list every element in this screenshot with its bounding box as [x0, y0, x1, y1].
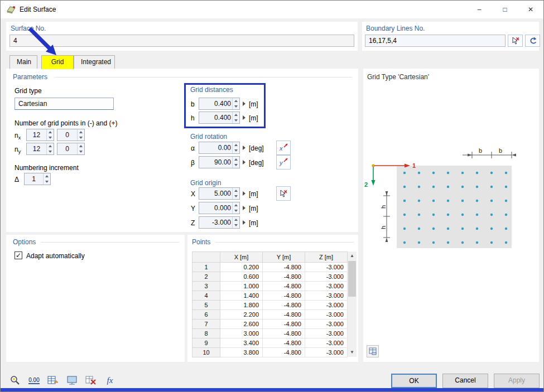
rendering-button[interactable] — [64, 373, 80, 388]
points-cell[interactable]: -3.000 — [305, 291, 348, 301]
nx-plus-spinner[interactable]: 0 — [57, 129, 85, 141]
delete-grid-button[interactable] — [83, 373, 99, 388]
points-row-number[interactable]: 8 — [192, 329, 220, 338]
points-row[interactable]: 103.800-4.800-3.000 — [192, 348, 348, 357]
points-cell[interactable]: -4.800 — [263, 338, 305, 348]
points-row[interactable]: 51.800-4.800-3.000 — [192, 301, 348, 310]
points-row[interactable]: 20.600-4.800-3.000 — [192, 272, 348, 282]
pick-boundary-lines-button[interactable] — [508, 35, 523, 47]
grid-type-combobox[interactable]: Cartesian — [15, 98, 114, 110]
param-arrow-icon[interactable] — [243, 160, 245, 164]
spin-buttons[interactable] — [77, 129, 84, 141]
points-cell[interactable]: -4.800 — [263, 272, 305, 282]
points-cell[interactable]: 3.400 — [220, 338, 263, 348]
cancel-button[interactable]: Cancel — [442, 374, 488, 388]
nx-minus-spinner[interactable]: 12 — [26, 129, 54, 141]
spin-buttons[interactable] — [43, 173, 50, 185]
tab-grid[interactable]: Grid — [41, 55, 74, 69]
points-row-number[interactable]: 1 — [192, 263, 220, 272]
points-cell[interactable]: -4.800 — [263, 320, 305, 329]
points-cell[interactable]: -3.000 — [305, 320, 348, 329]
param-arrow-icon[interactable] — [243, 220, 245, 225]
points-cell[interactable]: -4.800 — [263, 348, 305, 357]
tab-integrated[interactable]: Integrated — [74, 55, 115, 69]
units-settings-button[interactable] — [45, 373, 61, 388]
boundary-lines-input[interactable]: 16,17,5,4 — [365, 35, 506, 47]
points-cell[interactable]: 2.600 — [220, 320, 263, 329]
points-cell[interactable]: -4.800 — [263, 310, 305, 320]
maximize-button[interactable]: □ — [492, 1, 518, 18]
points-row[interactable]: 10.200-4.800-3.000 — [192, 263, 348, 272]
param-arrow-icon[interactable] — [243, 146, 245, 150]
spin-buttons[interactable] — [232, 142, 239, 153]
points-cell[interactable]: 1.000 — [220, 282, 263, 291]
points-table[interactable]: X [m]Y [m]Z [m] 10.200-4.800-3.00020.600… — [192, 251, 348, 357]
spin-buttons[interactable] — [46, 129, 54, 141]
points-cell[interactable]: 1.800 — [220, 301, 263, 310]
rotation-beta-field[interactable]: 90.00 — [199, 156, 240, 168]
decimal-places-button[interactable]: 0.00 — [26, 373, 42, 388]
points-cell[interactable]: -3.000 — [305, 348, 348, 357]
points-row-number[interactable]: 10 — [192, 348, 220, 357]
points-cell[interactable]: -3.000 — [305, 263, 348, 272]
points-row[interactable]: 72.600-4.800-3.000 — [192, 320, 348, 329]
param-arrow-icon[interactable] — [243, 191, 245, 196]
details-button[interactable] — [7, 373, 23, 388]
points-cell[interactable]: 3.000 — [220, 329, 263, 338]
points-row-number[interactable]: 3 — [192, 282, 220, 291]
points-row[interactable]: 62.200-4.800-3.000 — [192, 310, 348, 320]
points-cell[interactable]: -4.800 — [263, 301, 305, 310]
scroll-up-icon[interactable]: ▲ — [348, 251, 357, 260]
spin-buttons[interactable] — [232, 202, 239, 214]
spin-buttons[interactable] — [232, 157, 239, 168]
comment-function-button[interactable]: fx — [102, 373, 118, 388]
points-scrollbar[interactable]: ▲ ▼ — [348, 251, 357, 357]
points-cell[interactable]: 3.800 — [220, 348, 263, 357]
points-cell[interactable]: -3.000 — [305, 338, 348, 348]
points-row[interactable]: 93.400-4.800-3.000 — [192, 338, 348, 348]
origin-x-field[interactable]: 5.000 — [199, 187, 240, 200]
origin-y-field[interactable]: 0.000 — [199, 202, 240, 214]
points-cell[interactable]: -3.000 — [305, 310, 348, 320]
points-row[interactable]: 41.400-4.800-3.000 — [192, 291, 348, 301]
scroll-thumb[interactable] — [348, 261, 356, 297]
points-row-number[interactable]: 9 — [192, 338, 220, 348]
ny-minus-spinner[interactable]: 12 — [26, 143, 54, 155]
points-row-number[interactable]: 5 — [192, 301, 220, 310]
points-row-number[interactable]: 4 — [192, 291, 220, 301]
points-row-number[interactable]: 2 — [192, 272, 220, 282]
pick-x-axis-button[interactable]: x — [276, 141, 291, 155]
points-row[interactable]: 83.000-4.800-3.000 — [192, 329, 348, 338]
points-cell[interactable]: -4.800 — [263, 282, 305, 291]
points-cell[interactable]: -4.800 — [263, 263, 305, 272]
pick-y-axis-button[interactable]: y — [276, 155, 291, 170]
minimize-button[interactable]: – — [466, 1, 492, 18]
points-cell[interactable]: -3.000 — [305, 282, 348, 291]
adapt-automatically-checkbox[interactable]: ✓ — [15, 251, 22, 259]
close-button[interactable]: ✕ — [518, 1, 543, 18]
points-cell[interactable]: 0.600 — [220, 272, 263, 282]
scroll-down-icon[interactable]: ▼ — [348, 348, 357, 357]
ok-button[interactable]: OK — [391, 374, 437, 388]
points-row-number[interactable]: 7 — [192, 320, 220, 329]
points-cell[interactable]: -4.800 — [263, 329, 305, 338]
points-cell[interactable]: 2.200 — [220, 310, 263, 320]
delta-spinner[interactable]: 1 — [24, 173, 51, 185]
points-cell[interactable]: 1.400 — [220, 291, 263, 301]
preview-display-options-button[interactable] — [367, 345, 379, 357]
origin-z-field[interactable]: -3.000 — [199, 216, 240, 229]
pick-origin-button[interactable] — [276, 186, 291, 201]
ny-plus-spinner[interactable]: 0 — [57, 143, 85, 155]
undo-boundary-button[interactable] — [525, 35, 540, 47]
points-row[interactable]: 31.000-4.800-3.000 — [192, 282, 348, 291]
rotation-alpha-field[interactable]: 0.00 — [199, 142, 240, 154]
points-cell[interactable]: 0.200 — [220, 263, 263, 272]
param-arrow-icon[interactable] — [243, 206, 245, 210]
spin-buttons[interactable] — [77, 143, 84, 154]
points-cell[interactable]: -3.000 — [305, 329, 348, 338]
points-row-number[interactable]: 6 — [192, 310, 220, 320]
points-cell[interactable]: -3.000 — [305, 272, 348, 282]
spin-buttons[interactable] — [46, 143, 54, 154]
spin-buttons[interactable] — [232, 188, 239, 199]
points-cell[interactable]: -4.800 — [263, 291, 305, 301]
